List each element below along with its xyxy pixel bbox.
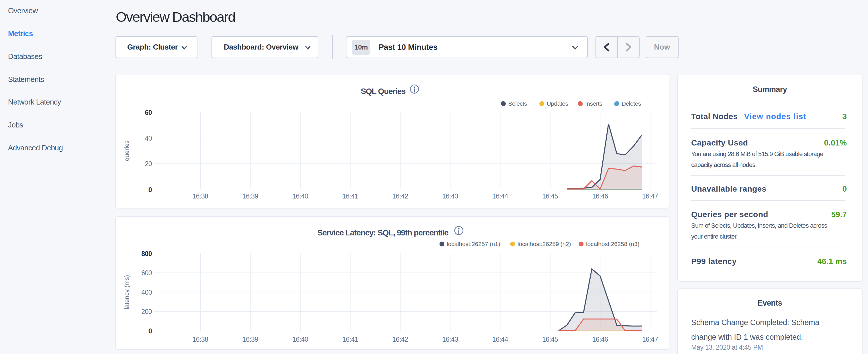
svg-text:0: 0	[149, 327, 152, 335]
svg-text:0: 0	[149, 186, 152, 194]
svg-text:Deletes: Deletes	[622, 100, 641, 107]
svg-text:16:47: 16:47	[642, 192, 658, 200]
svg-text:16:40: 16:40	[292, 336, 308, 343]
svg-text:16:46: 16:46	[592, 192, 608, 200]
svg-text:queries: queries	[123, 140, 130, 161]
svg-text:16:46: 16:46	[592, 336, 608, 343]
svg-text:localhost:26257 (n1): localhost:26257 (n1)	[447, 240, 500, 247]
svg-text:20: 20	[145, 160, 152, 167]
svg-text:600: 600	[141, 269, 152, 277]
svg-text:Service Latency: SQL, 99th per: Service Latency: SQL, 99th percentile	[317, 228, 448, 237]
svg-text:16:38: 16:38	[192, 192, 208, 200]
svg-text:16:39: 16:39	[242, 336, 258, 343]
svg-text:400: 400	[141, 289, 152, 296]
svg-text:16:45: 16:45	[542, 336, 558, 343]
svg-text:16:45: 16:45	[542, 192, 558, 200]
svg-text:16:43: 16:43	[442, 336, 458, 343]
svg-text:Inserts: Inserts	[585, 100, 602, 107]
svg-text:localhost:26259 (n2): localhost:26259 (n2)	[518, 240, 571, 247]
svg-text:16:40: 16:40	[292, 192, 308, 200]
svg-text:localhost:26258 (n3): localhost:26258 (n3)	[586, 240, 639, 247]
svg-text:16:42: 16:42	[392, 192, 408, 200]
svg-text:16:38: 16:38	[192, 336, 208, 343]
svg-text:16:39: 16:39	[242, 192, 258, 200]
svg-text:Selects: Selects	[508, 100, 527, 107]
svg-text:16:41: 16:41	[342, 192, 358, 200]
svg-text:200: 200	[141, 308, 152, 315]
svg-text:16:42: 16:42	[392, 336, 408, 343]
svg-text:800: 800	[141, 250, 152, 257]
svg-text:16:47: 16:47	[642, 336, 658, 343]
svg-text:Updates: Updates	[547, 100, 568, 107]
svg-text:16:44: 16:44	[492, 336, 508, 343]
svg-text:SQL Queries: SQL Queries	[361, 87, 406, 96]
svg-text:latency (ms): latency (ms)	[123, 275, 130, 309]
svg-text:16:41: 16:41	[342, 336, 358, 343]
svg-text:16:43: 16:43	[442, 192, 458, 200]
svg-text:60: 60	[145, 109, 152, 116]
svg-text:40: 40	[145, 135, 152, 142]
svg-text:16:44: 16:44	[492, 192, 508, 200]
